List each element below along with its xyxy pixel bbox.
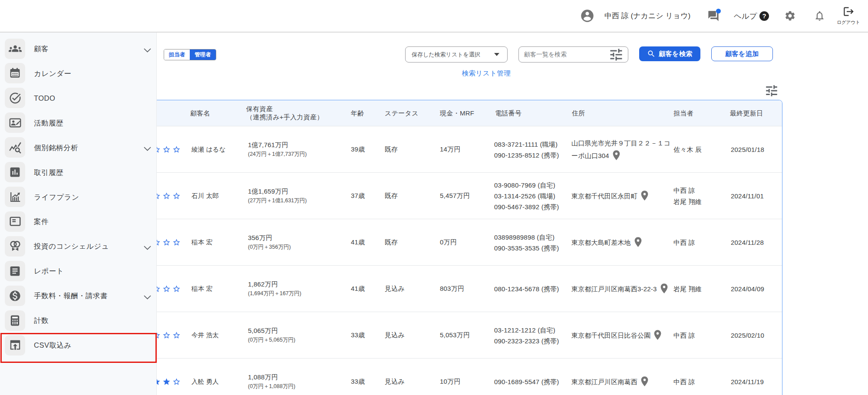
svg-text:?: ? <box>762 12 766 20</box>
